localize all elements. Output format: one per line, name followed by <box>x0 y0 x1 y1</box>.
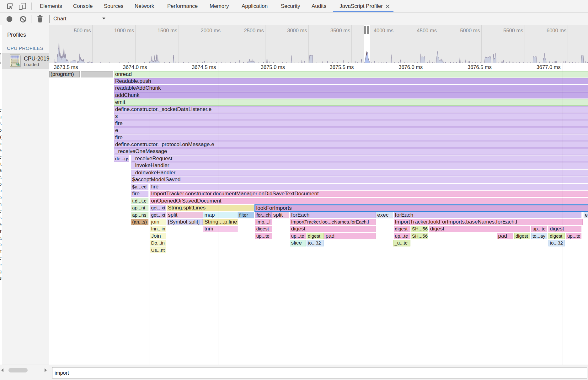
svg-text:%: % <box>16 62 20 67</box>
